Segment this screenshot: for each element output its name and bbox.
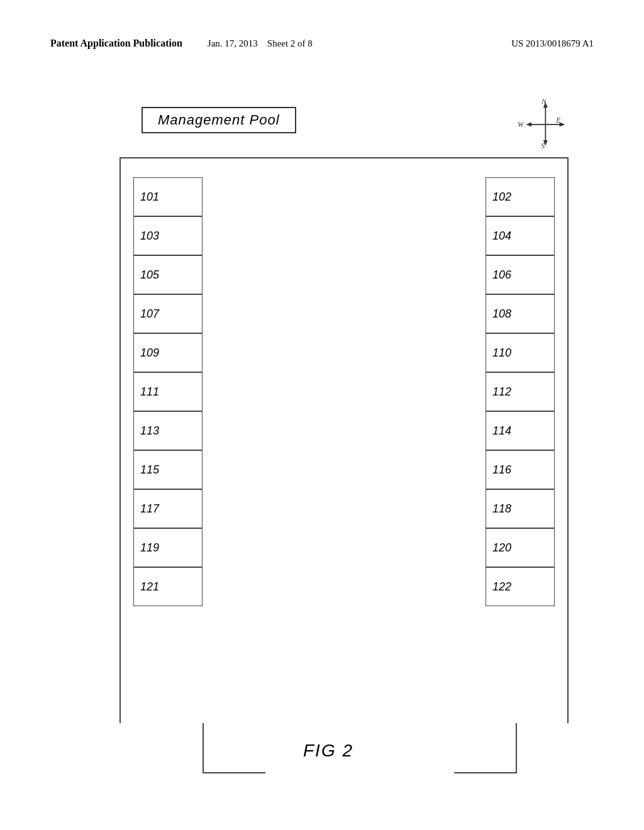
right-box-116: 116 — [486, 450, 555, 489]
left-box-113: 113 — [133, 411, 203, 450]
left-column: 101103105107109111113115117119121 — [133, 177, 203, 606]
patent-label: Patent Application Publication — [50, 38, 182, 49]
right-box-110: 110 — [486, 333, 555, 372]
bottom-left-connector — [203, 723, 265, 773]
right-box-112: 112 — [486, 372, 555, 411]
svg-marker-7 — [526, 122, 531, 126]
left-box-115: 115 — [133, 450, 203, 489]
left-box-111: 111 — [133, 372, 203, 411]
left-box-101: 101 — [133, 177, 203, 216]
right-box-106: 106 — [486, 255, 555, 294]
right-column: 102104106108110112114116118120122 — [486, 177, 555, 606]
bottom-right-connector — [454, 723, 517, 773]
svg-text:N: N — [541, 99, 547, 105]
header: Patent Application Publication Jan. 17, … — [50, 38, 594, 49]
left-box-107: 107 — [133, 294, 203, 333]
svg-text:W: W — [518, 121, 525, 128]
svg-text:E: E — [555, 116, 560, 124]
header-date: Jan. 17, 2013 Sheet 2 of 8 — [208, 38, 313, 49]
management-pool-box: Management Pool — [142, 107, 296, 133]
right-box-108: 108 — [486, 294, 555, 333]
right-box-102: 102 — [486, 177, 555, 216]
left-box-105: 105 — [133, 255, 203, 294]
right-box-122: 122 — [486, 567, 555, 606]
patent-number: US 2013/0018679 A1 — [511, 38, 594, 49]
left-box-119: 119 — [133, 528, 203, 567]
figure-area: Management Pool N E W S 1011031051071091… — [50, 88, 606, 780]
left-box-103: 103 — [133, 216, 203, 255]
fig-label: FIG 2 — [303, 741, 353, 761]
left-box-117: 117 — [133, 489, 203, 528]
compass: N E W S — [506, 99, 569, 150]
right-box-120: 120 — [486, 528, 555, 567]
svg-text:S: S — [541, 142, 545, 150]
right-box-118: 118 — [486, 489, 555, 528]
right-box-104: 104 — [486, 216, 555, 255]
left-box-121: 121 — [133, 567, 203, 606]
right-box-114: 114 — [486, 411, 555, 450]
pool-container: 101103105107109111113115117119121 102104… — [119, 157, 569, 723]
left-box-109: 109 — [133, 333, 203, 372]
